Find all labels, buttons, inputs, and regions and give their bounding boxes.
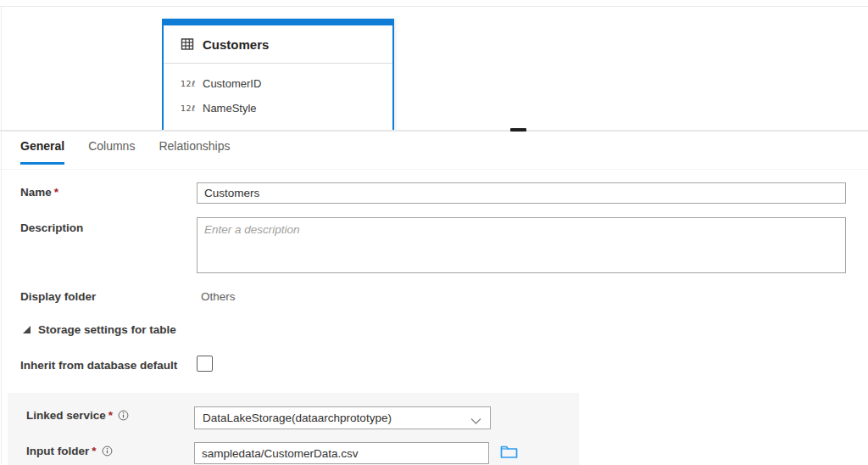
info-icon [118,410,129,421]
storage-settings-section-header[interactable]: Storage settings for table [23,323,176,336]
inherit-default-label: Inherit from database default [20,359,177,372]
required-asterisk: * [54,186,58,199]
entity-card-header: Customers [164,25,392,64]
folder-icon [500,444,518,459]
section-expanded-caret-icon [23,326,31,333]
chevron-down-icon [470,415,481,428]
input-folder-input[interactable] [194,442,489,464]
description-label: Description [20,221,83,234]
tab-bar-bottom-line [0,169,868,170]
integer-type-icon: 12ℓ [181,79,198,88]
linked-service-value: DataLakeStorage(dataarchprototype) [203,412,392,424]
entity-card-field-list: 12ℓ CustomerID 12ℓ NameStyle [164,64,392,120]
canvas-top-border [0,6,868,7]
name-input[interactable] [197,182,846,204]
table-designer-page: Customers 12ℓ CustomerID 12ℓ NameStyle G… [0,0,868,465]
display-folder-label: Display folder [20,290,96,303]
properties-tab-bar: General Columns Relationships [20,132,230,165]
display-folder-value: Others [201,290,236,303]
linked-service-dropdown[interactable]: DataLakeStorage(dataarchprototype) [194,406,491,429]
entity-field-name: NameStyle [203,102,257,115]
page-left-border [1,6,2,465]
tab-columns[interactable]: Columns [88,132,135,165]
integer-type-icon: 12ℓ [181,104,198,113]
storage-settings-title: Storage settings for table [38,323,176,336]
entity-card-customers[interactable]: Customers 12ℓ CustomerID 12ℓ NameStyle [162,19,394,130]
info-icon [102,445,113,457]
inherit-default-checkbox[interactable] [197,356,213,372]
panel-resize-handle[interactable] [510,128,526,132]
entity-field-row[interactable]: 12ℓ CustomerID [164,71,392,96]
tab-relationships[interactable]: Relationships [159,132,230,165]
tab-general[interactable]: General [20,132,64,165]
required-asterisk: * [92,445,96,457]
input-folder-label: Input folder* [26,445,113,457]
entity-field-name: CustomerID [203,77,261,90]
linked-service-label: Linked service* [26,409,129,422]
panel-divider [0,130,868,132]
table-grid-icon [181,37,194,51]
entity-card-title: Customers [203,37,269,52]
name-label: Name* [20,186,58,199]
description-input[interactable] [197,217,846,273]
browse-folder-button[interactable] [499,444,518,461]
entity-field-row[interactable]: 12ℓ NameStyle [164,96,392,120]
required-asterisk: * [108,409,113,422]
